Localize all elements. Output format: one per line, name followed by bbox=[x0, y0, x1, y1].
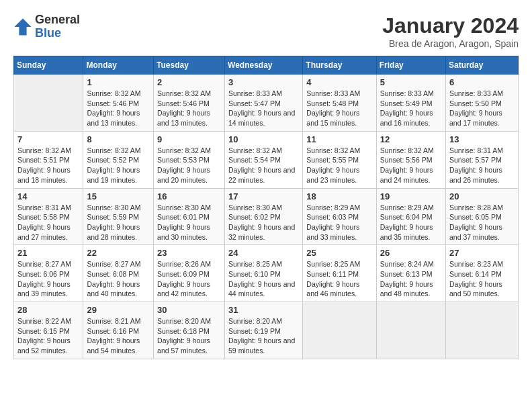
svg-marker-0 bbox=[14, 18, 31, 35]
day-number: 31 bbox=[228, 305, 299, 315]
calendar-cell: 5Sunrise: 8:33 AMSunset: 5:49 PMDaylight… bbox=[376, 75, 445, 132]
calendar-cell: 25Sunrise: 8:25 AMSunset: 6:11 PMDayligh… bbox=[303, 245, 376, 302]
calendar-cell: 19Sunrise: 8:29 AMSunset: 6:04 PMDayligh… bbox=[376, 188, 445, 245]
day-info: Sunrise: 8:29 AMSunset: 6:03 PMDaylight:… bbox=[306, 203, 372, 242]
calendar-cell: 3Sunrise: 8:33 AMSunset: 5:47 PMDaylight… bbox=[225, 75, 303, 132]
day-info: Sunrise: 8:32 AMSunset: 5:53 PMDaylight:… bbox=[157, 146, 221, 185]
weekday-header-row: SundayMondayTuesdayWednesdayThursdayFrid… bbox=[14, 56, 519, 75]
calendar-week-row: 14Sunrise: 8:31 AMSunset: 5:58 PMDayligh… bbox=[14, 188, 519, 245]
weekday-header: Saturday bbox=[446, 56, 519, 75]
day-number: 25 bbox=[306, 248, 372, 258]
day-info: Sunrise: 8:22 AMSunset: 6:15 PMDaylight:… bbox=[17, 316, 79, 356]
day-number: 19 bbox=[380, 191, 442, 201]
day-number: 23 bbox=[157, 248, 221, 258]
title-section: January 2024 Brea de Aragon, Aragon, Spa… bbox=[382, 13, 519, 49]
day-number: 4 bbox=[306, 77, 372, 87]
day-number: 13 bbox=[449, 134, 515, 144]
day-info: Sunrise: 8:20 AMSunset: 6:18 PMDaylight:… bbox=[157, 316, 221, 356]
calendar-cell bbox=[376, 302, 445, 359]
day-number: 20 bbox=[449, 191, 515, 201]
calendar-cell: 9Sunrise: 8:32 AMSunset: 5:53 PMDaylight… bbox=[154, 131, 225, 188]
calendar-cell: 21Sunrise: 8:27 AMSunset: 6:06 PMDayligh… bbox=[14, 245, 83, 302]
day-info: Sunrise: 8:29 AMSunset: 6:04 PMDaylight:… bbox=[380, 203, 442, 242]
day-info: Sunrise: 8:33 AMSunset: 5:47 PMDaylight:… bbox=[228, 89, 299, 128]
calendar-cell: 27Sunrise: 8:23 AMSunset: 6:14 PMDayligh… bbox=[446, 245, 519, 302]
day-info: Sunrise: 8:23 AMSunset: 6:14 PMDaylight:… bbox=[449, 259, 515, 299]
calendar-week-row: 28Sunrise: 8:22 AMSunset: 6:15 PMDayligh… bbox=[14, 302, 519, 359]
weekday-header: Wednesday bbox=[225, 56, 303, 75]
day-info: Sunrise: 8:30 AMSunset: 6:01 PMDaylight:… bbox=[157, 203, 221, 242]
day-number: 9 bbox=[157, 134, 221, 144]
day-number: 16 bbox=[157, 191, 221, 201]
logo: General Blue bbox=[13, 13, 80, 40]
day-number: 24 bbox=[228, 248, 299, 258]
calendar-cell: 29Sunrise: 8:21 AMSunset: 6:16 PMDayligh… bbox=[83, 302, 154, 359]
day-info: Sunrise: 8:20 AMSunset: 6:19 PMDaylight:… bbox=[228, 316, 299, 356]
calendar-cell bbox=[446, 302, 519, 359]
location: Brea de Aragon, Aragon, Spain bbox=[382, 38, 519, 49]
month-title: January 2024 bbox=[382, 13, 519, 38]
calendar-cell: 26Sunrise: 8:24 AMSunset: 6:13 PMDayligh… bbox=[376, 245, 445, 302]
calendar-cell: 12Sunrise: 8:32 AMSunset: 5:56 PMDayligh… bbox=[376, 131, 445, 188]
day-info: Sunrise: 8:27 AMSunset: 6:06 PMDaylight:… bbox=[17, 259, 79, 299]
day-info: Sunrise: 8:26 AMSunset: 6:09 PMDaylight:… bbox=[157, 259, 221, 299]
day-number: 29 bbox=[87, 305, 150, 315]
logo-general: General bbox=[35, 13, 80, 26]
calendar-cell: 1Sunrise: 8:32 AMSunset: 5:46 PMDaylight… bbox=[83, 75, 154, 132]
day-info: Sunrise: 8:31 AMSunset: 5:58 PMDaylight:… bbox=[17, 203, 79, 242]
calendar-cell: 23Sunrise: 8:26 AMSunset: 6:09 PMDayligh… bbox=[154, 245, 225, 302]
day-info: Sunrise: 8:32 AMSunset: 5:46 PMDaylight:… bbox=[87, 89, 150, 128]
day-info: Sunrise: 8:32 AMSunset: 5:46 PMDaylight:… bbox=[157, 89, 221, 128]
day-info: Sunrise: 8:30 AMSunset: 5:59 PMDaylight:… bbox=[87, 203, 150, 242]
calendar-cell: 22Sunrise: 8:27 AMSunset: 6:08 PMDayligh… bbox=[83, 245, 154, 302]
day-info: Sunrise: 8:32 AMSunset: 5:51 PMDaylight:… bbox=[17, 146, 79, 185]
day-info: Sunrise: 8:33 AMSunset: 5:48 PMDaylight:… bbox=[306, 89, 372, 128]
day-info: Sunrise: 8:25 AMSunset: 6:10 PMDaylight:… bbox=[228, 259, 299, 299]
day-number: 18 bbox=[306, 191, 372, 201]
day-info: Sunrise: 8:32 AMSunset: 5:55 PMDaylight:… bbox=[306, 146, 372, 185]
day-number: 7 bbox=[17, 134, 79, 144]
calendar-cell: 6Sunrise: 8:33 AMSunset: 5:50 PMDaylight… bbox=[446, 75, 519, 132]
logo-blue: Blue bbox=[35, 26, 61, 40]
day-info: Sunrise: 8:30 AMSunset: 6:02 PMDaylight:… bbox=[228, 203, 299, 242]
day-number: 1 bbox=[87, 77, 150, 87]
day-number: 22 bbox=[87, 248, 150, 258]
weekday-header: Tuesday bbox=[154, 56, 225, 75]
calendar-cell: 17Sunrise: 8:30 AMSunset: 6:02 PMDayligh… bbox=[225, 188, 303, 245]
day-number: 3 bbox=[228, 77, 299, 87]
day-number: 12 bbox=[380, 134, 442, 144]
calendar-cell: 24Sunrise: 8:25 AMSunset: 6:10 PMDayligh… bbox=[225, 245, 303, 302]
calendar-week-row: 7Sunrise: 8:32 AMSunset: 5:51 PMDaylight… bbox=[14, 131, 519, 188]
page-header: General Blue January 2024 Brea de Aragon… bbox=[13, 13, 519, 49]
calendar-cell: 10Sunrise: 8:32 AMSunset: 5:54 PMDayligh… bbox=[225, 131, 303, 188]
calendar-cell: 4Sunrise: 8:33 AMSunset: 5:48 PMDaylight… bbox=[303, 75, 376, 132]
day-number: 6 bbox=[449, 77, 515, 87]
calendar-cell: 30Sunrise: 8:20 AMSunset: 6:18 PMDayligh… bbox=[154, 302, 225, 359]
day-number: 17 bbox=[228, 191, 299, 201]
calendar-cell: 14Sunrise: 8:31 AMSunset: 5:58 PMDayligh… bbox=[14, 188, 83, 245]
day-info: Sunrise: 8:31 AMSunset: 5:57 PMDaylight:… bbox=[449, 146, 515, 185]
day-info: Sunrise: 8:28 AMSunset: 6:05 PMDaylight:… bbox=[449, 203, 515, 242]
calendar-cell: 31Sunrise: 8:20 AMSunset: 6:19 PMDayligh… bbox=[225, 302, 303, 359]
calendar-cell: 16Sunrise: 8:30 AMSunset: 6:01 PMDayligh… bbox=[154, 188, 225, 245]
day-number: 26 bbox=[380, 248, 442, 258]
day-info: Sunrise: 8:33 AMSunset: 5:49 PMDaylight:… bbox=[380, 89, 442, 128]
day-info: Sunrise: 8:32 AMSunset: 5:54 PMDaylight:… bbox=[228, 146, 299, 185]
day-info: Sunrise: 8:21 AMSunset: 6:16 PMDaylight:… bbox=[87, 316, 150, 356]
logo-icon bbox=[13, 17, 32, 36]
calendar-cell: 8Sunrise: 8:32 AMSunset: 5:52 PMDaylight… bbox=[83, 131, 154, 188]
calendar-week-row: 21Sunrise: 8:27 AMSunset: 6:06 PMDayligh… bbox=[14, 245, 519, 302]
day-number: 27 bbox=[449, 248, 515, 258]
calendar-cell: 13Sunrise: 8:31 AMSunset: 5:57 PMDayligh… bbox=[446, 131, 519, 188]
calendar-cell bbox=[303, 302, 376, 359]
calendar-cell: 18Sunrise: 8:29 AMSunset: 6:03 PMDayligh… bbox=[303, 188, 376, 245]
day-number: 10 bbox=[228, 134, 299, 144]
day-info: Sunrise: 8:32 AMSunset: 5:52 PMDaylight:… bbox=[87, 146, 150, 185]
weekday-header: Friday bbox=[376, 56, 445, 75]
weekday-header: Monday bbox=[83, 56, 154, 75]
day-number: 30 bbox=[157, 305, 221, 315]
weekday-header: Thursday bbox=[303, 56, 376, 75]
day-number: 2 bbox=[157, 77, 221, 87]
day-info: Sunrise: 8:32 AMSunset: 5:56 PMDaylight:… bbox=[380, 146, 442, 185]
day-number: 5 bbox=[380, 77, 442, 87]
